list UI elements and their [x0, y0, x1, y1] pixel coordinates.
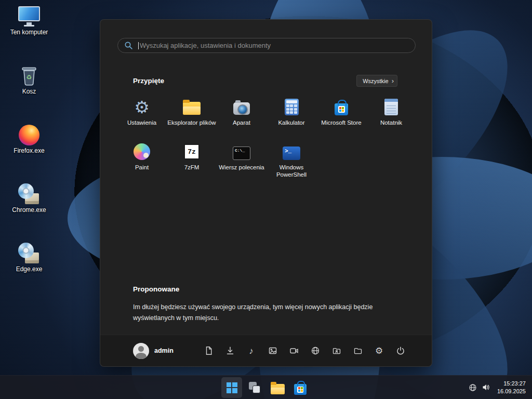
pinned-app-label: Notatnik	[380, 119, 402, 126]
pinned-app-file-explorer[interactable]: Eksplorator plików	[167, 97, 217, 137]
power-icon[interactable]	[394, 343, 407, 358]
store-button[interactable]	[290, 377, 311, 398]
pinned-app-7zip[interactable]: 7z 7zFM	[167, 141, 217, 182]
start-menu-panel: Przypięte Wszystkie › ⚙ Ustawienia Ekspl…	[100, 19, 432, 367]
network-globe-icon[interactable]	[466, 379, 480, 396]
system-tray: 15:23:27 16.09.2025	[466, 376, 529, 399]
task-view-icon	[248, 381, 261, 394]
music-icon[interactable]: ♪	[245, 343, 258, 358]
firefox-icon	[19, 123, 39, 145]
username-label[interactable]: admin	[154, 335, 174, 366]
palette-icon	[134, 141, 150, 162]
pinned-app-powershell[interactable]: >_ Windows PowerShell	[267, 141, 316, 182]
file-explorer-folder-icon	[271, 384, 285, 394]
desktop-icon-label: Kosz	[22, 88, 36, 95]
taskbar-center-buttons	[221, 377, 311, 398]
recycle-bin-icon: ♻	[20, 63, 38, 86]
7zip-icon: 7z	[184, 141, 200, 162]
tray-time: 15:23:27	[497, 380, 526, 388]
recommended-empty-message: Im dłużej będziesz używać swojego urządz…	[133, 302, 404, 323]
folder-icon	[183, 97, 201, 117]
network-icon[interactable]	[309, 343, 322, 358]
clock[interactable]: 15:23:27 16.09.2025	[497, 380, 526, 395]
pinned-app-camera[interactable]: Aparat	[217, 97, 267, 137]
pinned-app-label: 7zFM	[184, 164, 200, 171]
pinned-app-label: Kalkulator	[278, 119, 304, 126]
pinned-app-label: Microsoft Store	[321, 119, 361, 126]
all-apps-button[interactable]: Wszystkie ›	[356, 75, 397, 87]
pinned-app-label: Wiersz polecenia	[219, 164, 264, 171]
powershell-icon: >_	[283, 141, 300, 162]
documents-icon[interactable]	[202, 343, 215, 358]
svg-text:♻: ♻	[26, 74, 32, 81]
desktop-icon-chrome-installer[interactable]: Chrome.exe	[5, 182, 53, 214]
pinned-app-paint[interactable]: Paint	[117, 141, 167, 182]
pictures-icon[interactable]	[266, 343, 279, 358]
recommended-title: Proponowane	[133, 285, 414, 293]
desktop-icon-list: Ten komputer ♻ Kosz Firefox.exe Chrome.e…	[5, 4, 53, 273]
installer-disc-icon	[18, 182, 41, 205]
desktop-icon-recycle-bin[interactable]: ♻ Kosz	[5, 63, 53, 95]
pinned-section-header: Przypięte Wszystkie ›	[133, 75, 397, 87]
all-apps-button-label: Wszystkie	[363, 78, 389, 84]
footer-shortcuts: ♪	[202, 335, 407, 366]
installer-disc-icon	[18, 241, 41, 264]
desktop-icon-label: Chrome.exe	[12, 206, 46, 214]
computer-icon	[18, 4, 40, 27]
pinned-app-microsoft-store[interactable]: Microsoft Store	[316, 97, 366, 137]
downloads-icon[interactable]	[223, 343, 236, 358]
personal-folder-icon[interactable]	[330, 343, 343, 358]
recommended-section: Proponowane Im dłużej będziesz używać sw…	[133, 285, 414, 323]
pinned-app-settings[interactable]: ⚙ Ustawienia	[117, 97, 167, 137]
windows-logo-icon	[227, 382, 237, 393]
calculator-icon	[285, 97, 299, 117]
file-explorer-button[interactable]	[267, 377, 288, 398]
start-menu-footer: admin ♪	[100, 335, 432, 366]
pinned-app-command-prompt[interactable]: C:\_ Wiersz polecenia	[217, 141, 267, 182]
pinned-app-calculator[interactable]: Kalkulator	[267, 97, 316, 137]
desktop-icon-firefox[interactable]: Firefox.exe	[5, 123, 53, 154]
gear-icon: ⚙	[134, 97, 150, 117]
file-explorer-icon[interactable]	[351, 343, 364, 358]
store-bag-icon	[294, 384, 307, 395]
pinned-app-notepad[interactable]: Notatnik	[366, 97, 416, 137]
store-bag-icon	[335, 97, 348, 117]
pinned-app-label: Aparat	[233, 119, 250, 126]
volume-icon[interactable]	[480, 379, 493, 396]
taskbar: 15:23:27 16.09.2025	[0, 375, 532, 399]
videos-icon[interactable]	[287, 343, 300, 358]
settings-icon[interactable]: ⚙	[373, 343, 385, 358]
start-button[interactable]	[221, 377, 242, 398]
cmd-icon: C:\_	[233, 141, 250, 162]
desktop-icon-this-pc[interactable]: Ten komputer	[5, 4, 53, 36]
task-view-button[interactable]	[244, 377, 265, 398]
pinned-app-label: Paint	[135, 164, 149, 171]
desktop-icon-label: Edge.exe	[16, 265, 43, 273]
start-search-box[interactable]	[117, 38, 416, 53]
camera-icon	[233, 97, 250, 117]
notepad-icon	[384, 97, 398, 117]
windows-desktop: { "desktop": { "icons": [ { "label": "Te…	[0, 0, 532, 399]
desktop-icon-edge-installer[interactable]: Edge.exe	[5, 241, 53, 273]
pinned-app-label: Eksplorator plików	[167, 119, 216, 126]
pinned-app-label: Ustawienia	[127, 119, 156, 126]
pinned-title: Przypięte	[133, 77, 164, 85]
desktop-icon-label: Ten komputer	[10, 29, 48, 36]
pinned-app-label: Windows PowerShell	[267, 164, 316, 179]
desktop-icon-label: Firefox.exe	[14, 147, 44, 154]
chevron-right-icon: ›	[392, 77, 394, 84]
user-avatar[interactable]	[133, 343, 149, 359]
pinned-apps-grid: ⚙ Ustawienia Eksplorator plików Aparat K…	[117, 97, 416, 182]
search-input[interactable]	[118, 38, 415, 52]
tray-date: 16.09.2025	[497, 388, 526, 395]
